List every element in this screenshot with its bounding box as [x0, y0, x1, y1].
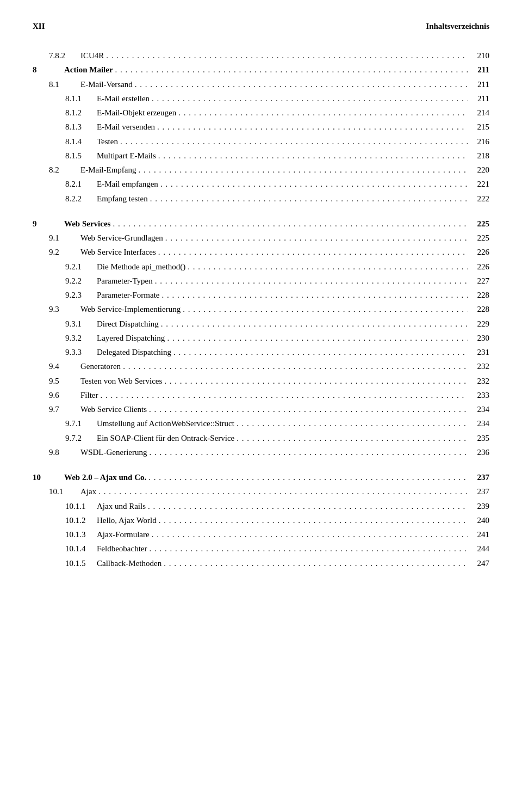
- toc-label: E-Mail-Empfang: [80, 163, 136, 177]
- toc-row: 8.1E-Mail-Versand . . . . . . . . . . . …: [33, 77, 489, 91]
- toc-dots: . . . . . . . . . . . . . . . . . . . . …: [113, 217, 468, 231]
- toc-page: 211: [470, 77, 489, 91]
- toc-dots: . . . . . . . . . . . . . . . . . . . . …: [237, 416, 468, 430]
- toc-row: 10.1.3Ajax-Formulare . . . . . . . . . .…: [33, 527, 489, 542]
- toc-page: 237: [470, 484, 489, 499]
- toc-row: 10.1.5Callback-Methoden . . . . . . . . …: [33, 556, 489, 570]
- toc-number: 9.8: [49, 445, 80, 459]
- toc-row: 9.3.2Layered Dispatching . . . . . . . .…: [33, 331, 489, 345]
- toc-dots: . . . . . . . . . . . . . . . . . . . . …: [135, 77, 468, 91]
- toc-number: 10.1.2: [65, 513, 97, 527]
- toc-number: 10.1.4: [65, 542, 97, 556]
- toc-page: 232: [470, 374, 489, 388]
- toc-row: 7.8.2ICU4R . . . . . . . . . . . . . . .…: [33, 48, 489, 63]
- toc-row: 9.2.1Die Methode api_method() . . . . . …: [33, 260, 489, 274]
- toc-row: 9.3Web Service-Implementierung . . . . .…: [33, 302, 489, 316]
- toc-dots: . . . . . . . . . . . . . . . . . . . . …: [149, 402, 468, 416]
- toc-label: Empfang testen: [97, 192, 148, 206]
- toc-dots: . . . . . . . . . . . . . . . . . . . . …: [158, 149, 468, 163]
- toc-dots: . . . . . . . . . . . . . . . . . . . . …: [152, 527, 468, 542]
- toc-row: 9.5Testen von Web Services . . . . . . .…: [33, 374, 489, 388]
- toc-page: 210: [470, 48, 489, 63]
- toc-number: 9.6: [49, 388, 80, 402]
- toc-dots: . . . . . . . . . . . . . . . . . . . . …: [148, 499, 468, 513]
- toc-page: 234: [470, 402, 489, 416]
- toc-label: E-Mail erstellen: [97, 91, 150, 106]
- toc-row: 9.3.1Direct Dispatching . . . . . . . . …: [33, 317, 489, 331]
- toc-page: 229: [470, 317, 489, 331]
- toc-label: Ajax und Rails: [97, 499, 146, 513]
- page-number: XII: [33, 22, 45, 31]
- toc-number: 9.7: [49, 402, 80, 416]
- toc-label: E-Mail empfangen: [97, 177, 158, 191]
- toc-number: 9.2: [49, 245, 80, 259]
- toc-page: 228: [470, 302, 489, 316]
- toc-page: 231: [470, 345, 489, 359]
- toc-label: Web Service-Grundlagen: [80, 231, 163, 245]
- toc-dots: . . . . . . . . . . . . . . . . . . . . …: [106, 48, 468, 63]
- toc-label: WSDL-Generierung: [80, 445, 147, 459]
- toc-page: 211: [470, 91, 489, 106]
- toc-row: 10.1.4Feldbeobachter . . . . . . . . . .…: [33, 542, 489, 556]
- toc-row: 8.1.1E-Mail erstellen . . . . . . . . . …: [33, 91, 489, 106]
- toc-page: 239: [470, 499, 489, 513]
- toc-label: Die Methode api_method(): [97, 260, 185, 274]
- toc-page: 226: [470, 245, 489, 259]
- toc-page: 235: [470, 431, 489, 445]
- toc-dots: . . . . . . . . . . . . . . . . . . . . …: [164, 374, 468, 388]
- page-title: Inhaltsverzeichnis: [426, 22, 489, 31]
- toc-row: 9.7.2Ein SOAP-Client für den Ontrack-Ser…: [33, 431, 489, 445]
- toc-page: 225: [470, 231, 489, 245]
- toc-number: 10: [33, 470, 64, 484]
- toc-label: Direct Dispatching: [97, 317, 159, 331]
- section-gap: [33, 459, 489, 470]
- toc-number: 9.1: [49, 231, 80, 245]
- toc-label: Web Service Clients: [80, 402, 147, 416]
- toc-row: 8.2E-Mail-Empfang . . . . . . . . . . . …: [33, 163, 489, 177]
- toc-page: 218: [470, 149, 489, 163]
- toc-number: 8: [33, 63, 64, 77]
- toc-page: 228: [470, 288, 489, 302]
- toc-page: 221: [470, 177, 489, 191]
- toc-label: Filter: [80, 388, 98, 402]
- toc-dots: . . . . . . . . . . . . . . . . . . . . …: [183, 302, 468, 316]
- toc-number: 9.7.1: [65, 416, 97, 430]
- toc-dots: . . . . . . . . . . . . . . . . . . . . …: [161, 317, 468, 331]
- toc-label: Testen von Web Services: [80, 374, 162, 388]
- toc-row: 9.6Filter . . . . . . . . . . . . . . . …: [33, 388, 489, 402]
- toc-row: 10Web 2.0 – Ajax und Co. . . . . . . . .…: [33, 470, 489, 484]
- toc-page: 230: [470, 331, 489, 345]
- toc-page: 216: [470, 134, 489, 149]
- toc-number: 8.2: [49, 163, 80, 177]
- toc-number: 9.3: [49, 302, 80, 316]
- toc-dots: . . . . . . . . . . . . . . . . . . . . …: [157, 120, 468, 134]
- toc-row: 10.1.1Ajax und Rails . . . . . . . . . .…: [33, 499, 489, 513]
- toc-number: 8.2.2: [65, 192, 97, 206]
- toc-row: 8.1.4Testen . . . . . . . . . . . . . . …: [33, 134, 489, 149]
- toc-dots: . . . . . . . . . . . . . . . . . . . . …: [120, 134, 468, 149]
- toc-page: 233: [470, 388, 489, 402]
- toc-row: 8.2.1E-Mail empfangen . . . . . . . . . …: [33, 177, 489, 191]
- toc-dots: . . . . . . . . . . . . . . . . . . . . …: [148, 470, 468, 484]
- toc-dots: . . . . . . . . . . . . . . . . . . . . …: [149, 542, 468, 556]
- toc-dots: . . . . . . . . . . . . . . . . . . . . …: [159, 513, 468, 527]
- toc-number: 9.2.3: [65, 288, 97, 302]
- toc-page: 222: [470, 192, 489, 206]
- toc-number: 9: [33, 217, 64, 231]
- page-header: XII Inhaltsverzeichnis: [33, 22, 489, 31]
- toc-number: 7.8.2: [49, 48, 80, 63]
- toc-label: Hello, Ajax World: [97, 513, 157, 527]
- section-gap: [33, 206, 489, 217]
- toc-page: 232: [470, 359, 489, 373]
- toc-dots: . . . . . . . . . . . . . . . . . . . . …: [161, 288, 468, 302]
- toc-row: 9.2Web Service Interfaces . . . . . . . …: [33, 245, 489, 259]
- toc-row: 8.1.5Multipart E-Mails . . . . . . . . .…: [33, 149, 489, 163]
- toc-number: 9.3.3: [65, 345, 97, 359]
- toc-row: 10.1Ajax . . . . . . . . . . . . . . . .…: [33, 484, 489, 499]
- toc-label: Generatoren: [80, 359, 121, 373]
- toc-row: 9.3.3Delegated Dispatching . . . . . . .…: [33, 345, 489, 359]
- toc-dots: . . . . . . . . . . . . . . . . . . . . …: [152, 91, 468, 106]
- toc-dots: . . . . . . . . . . . . . . . . . . . . …: [160, 177, 468, 191]
- toc-number: 8.1.4: [65, 134, 97, 149]
- toc-label: Testen: [97, 134, 118, 149]
